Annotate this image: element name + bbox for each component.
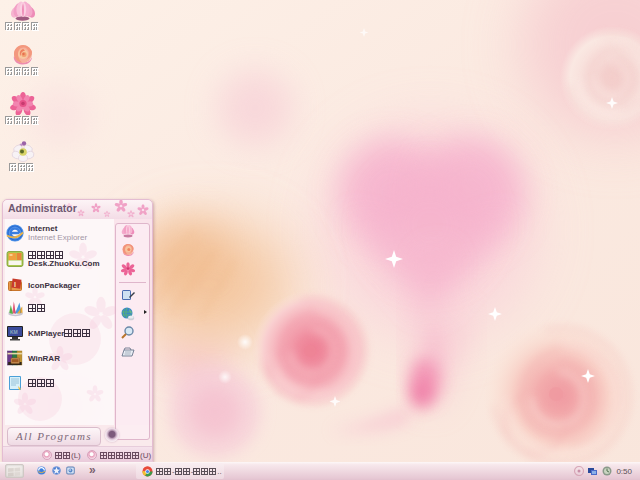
svg-text:KM: KM (10, 329, 18, 335)
svg-text:I: I (14, 281, 16, 288)
